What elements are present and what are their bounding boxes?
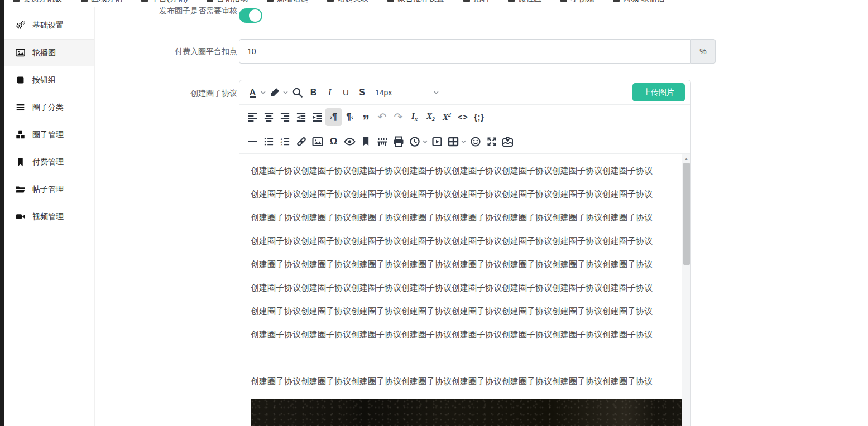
fullscreen-icon: [486, 136, 497, 147]
blockquote-button[interactable]: ”: [358, 108, 374, 126]
underline-button[interactable]: U: [338, 84, 354, 101]
direction-rtl-button[interactable]: ¶‹: [342, 108, 358, 126]
superscript-icon: X2: [443, 112, 451, 122]
topbar-item-label: 话题关联: [337, 0, 368, 4]
align-left-icon: [247, 112, 258, 122]
special-characters-button[interactable]: Ω: [325, 133, 342, 151]
underline-icon: U: [343, 88, 349, 97]
sidebar-item-post-manage[interactable]: 帖子管理: [4, 176, 94, 203]
insert-video-button[interactable]: [429, 133, 445, 151]
highlight-color-dropdown[interactable]: [281, 84, 289, 101]
paragraph-glyph: ¶: [332, 112, 337, 122]
text-color-dropdown[interactable]: [259, 84, 267, 101]
top-navbar: 会员分销版 区域分销 平台(分销) 营销活动 新增话题 话题关联 聚合推荐设置 …: [4, 0, 868, 7]
unordered-list-button[interactable]: [261, 133, 277, 151]
insert-map-button[interactable]: [500, 133, 516, 151]
rich-text-editor: A B I U S 14px 上传图片: [239, 80, 691, 426]
topbar-item[interactable]: 招聘: [463, 0, 489, 4]
find-button[interactable]: [289, 84, 305, 101]
topbar-item[interactable]: 话题关联: [327, 0, 368, 4]
editor-scrollbar[interactable]: ▲: [682, 154, 690, 426]
inline-code-button[interactable]: <>: [455, 108, 471, 126]
topbar-item[interactable]: 会员分销版: [13, 0, 62, 4]
topbar-item[interactable]: 聚合推荐设置: [387, 0, 444, 4]
sidebar-item-basic-settings[interactable]: 基础设置: [4, 12, 94, 39]
subscript-button[interactable]: X2: [423, 108, 439, 126]
bookmark-icon: [16, 157, 25, 167]
insert-time-button[interactable]: [406, 133, 423, 151]
sidebar-item-button-group[interactable]: 按钮组: [4, 66, 94, 94]
insert-time-dropdown[interactable]: [421, 133, 429, 151]
chevron-down-icon: [461, 140, 466, 143]
font-size-dropdown[interactable]: 14px: [370, 84, 444, 101]
topbar-item[interactable]: 区域分销: [81, 0, 122, 4]
sidebar-item-label: 圈子分类: [32, 103, 64, 113]
code-block-button[interactable]: {;}: [471, 108, 487, 126]
topbar-item[interactable]: 微社区: [508, 0, 541, 4]
chevron-down-icon: [423, 140, 428, 143]
font-size-value: 14px: [375, 88, 392, 97]
topbar-item[interactable]: 小视频: [560, 0, 594, 4]
emoticons-button[interactable]: [467, 133, 483, 151]
audit-toggle-switch[interactable]: [239, 8, 262, 23]
editor-content-area[interactable]: 创建圈子协议创建圈子协议创建圈子协议创建圈子协议创建圈子协议创建圈子协议创建圈子…: [239, 154, 690, 426]
video-play-icon: [431, 136, 443, 147]
bullet-list-icon: [263, 136, 274, 147]
align-right-button[interactable]: [277, 108, 293, 126]
direction-ltr-button[interactable]: ›¶: [325, 108, 342, 126]
topbar-item[interactable]: 同城-联盟店: [613, 0, 665, 4]
redo-button[interactable]: ↷: [390, 108, 406, 126]
sidebar-item-paid-manage[interactable]: 付费管理: [4, 148, 94, 176]
upload-image-button[interactable]: 上传图片: [632, 83, 685, 101]
topbar-item[interactable]: 平台(分销): [141, 0, 188, 4]
editor-text: 创建圈子协议创建圈子协议创建圈子协议创建圈子协议创建圈子协议创建圈子协议创建圈子…: [251, 165, 672, 399]
plugin-icon: [207, 0, 213, 2]
italic-button[interactable]: I: [322, 84, 338, 101]
topbar-item-label: 微社区: [518, 0, 541, 4]
topbar-item[interactable]: 新增话题: [267, 0, 308, 4]
editor-paragraph: 创建圈子协议创建圈子协议创建圈子协议创建圈子协议创建圈子协议创建圈子协议创建圈子…: [251, 329, 672, 340]
scrollbar-thumb[interactable]: [683, 163, 690, 265]
undo-button[interactable]: ↶: [374, 108, 390, 126]
topbar-item[interactable]: 营销活动: [207, 0, 248, 4]
agreement-label: 创建圈子协议: [120, 88, 237, 99]
insert-table-button[interactable]: [445, 133, 461, 151]
highlight-color-button[interactable]: [267, 84, 283, 101]
editor-paragraph: 创建圈子协议创建圈子协议创建圈子协议创建圈子协议创建圈子协议创建圈子协议创建圈子…: [251, 188, 672, 200]
sidebar-item-circle-category[interactable]: 圈子分类: [4, 94, 94, 121]
print-button[interactable]: [390, 133, 406, 151]
fullscreen-button[interactable]: [483, 133, 500, 151]
list-icon: [16, 103, 25, 112]
topbar-item-label: 同城-联盟店: [623, 0, 665, 4]
sidebar-item-label: 视频管理: [32, 212, 64, 222]
sidebar-item-carousel[interactable]: 轮播图: [4, 39, 94, 66]
page-break-button[interactable]: [374, 133, 390, 151]
sidebar-item-video-manage[interactable]: 视频管理: [4, 203, 94, 230]
bookmark-button[interactable]: [358, 133, 374, 151]
link-icon: [296, 136, 307, 147]
horizontal-rule-icon: [248, 141, 257, 142]
deduction-input[interactable]: [239, 39, 691, 64]
main-content: 发布圈子是否需要审核 付费入圈平台扣点 % 创建圈子协议 A B I U S 1…: [95, 7, 868, 426]
insert-image-button[interactable]: [309, 133, 325, 151]
text-color-button[interactable]: A: [244, 84, 261, 101]
preview-button[interactable]: [342, 133, 358, 151]
superscript-button[interactable]: X2: [439, 108, 455, 126]
sidebar-item-circle-manage[interactable]: 圈子管理: [4, 121, 94, 148]
bold-button[interactable]: B: [305, 84, 322, 101]
clear-formatting-button[interactable]: Ix: [406, 108, 423, 126]
deduction-label: 付费入圈平台扣点: [120, 46, 237, 57]
rtl-icon: ‹: [351, 114, 353, 120]
redo-icon: ↷: [394, 112, 403, 122]
scrollbar-up-arrow[interactable]: ▲: [682, 154, 690, 162]
strikethrough-button[interactable]: S: [354, 84, 370, 101]
ordered-list-button[interactable]: 123: [277, 133, 293, 151]
insert-table-dropdown[interactable]: [459, 133, 467, 151]
plugin-icon: [267, 0, 274, 2]
align-left-button[interactable]: [244, 108, 261, 126]
horizontal-rule-button[interactable]: [244, 133, 261, 151]
indent-button[interactable]: [309, 108, 325, 126]
insert-link-button[interactable]: [293, 133, 309, 151]
align-center-button[interactable]: [261, 108, 277, 126]
outdent-button[interactable]: [293, 108, 309, 126]
